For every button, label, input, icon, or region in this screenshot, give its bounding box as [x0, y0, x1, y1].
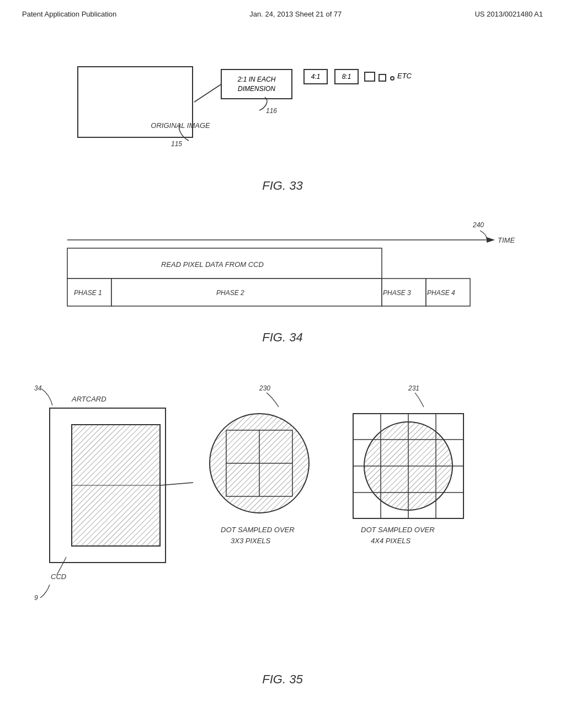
- svg-text:9: 9: [34, 594, 38, 602]
- original-image-box: ORIGINAL IMAGE: [77, 66, 193, 138]
- header-center: Jan. 24, 2013 Sheet 21 of 77: [249, 10, 342, 18]
- svg-rect-15: [426, 279, 470, 306]
- svg-text:231: 231: [408, 384, 419, 392]
- svg-text:READ PIXEL DATA FROM CCD: READ PIXEL DATA FROM CCD: [161, 260, 264, 269]
- svg-text:TIME: TIME: [498, 236, 515, 244]
- ratio-81-box: 8:1: [334, 69, 359, 84]
- svg-text:CCD: CCD: [51, 572, 66, 581]
- svg-marker-4: [487, 237, 495, 243]
- zoom-dot-small: [390, 76, 395, 81]
- svg-text:116: 116: [266, 107, 277, 115]
- svg-text:PHASE 2: PHASE 2: [216, 289, 244, 297]
- svg-text:240: 240: [472, 221, 484, 229]
- fig33-diagram: ORIGINAL IMAGE 2:1 IN EACH DIMENSION 4:1…: [33, 44, 532, 199]
- page-header: Patent Application Publication Jan. 24, …: [0, 0, 565, 24]
- original-image-label: ORIGINAL IMAGE: [122, 89, 238, 161]
- svg-text:PHASE 1: PHASE 1: [74, 289, 102, 297]
- svg-text:ARTCARD: ARTCARD: [71, 395, 106, 403]
- dimension-label: 2:1 IN EACH DIMENSION: [238, 75, 276, 94]
- fig34-diagram: TIME 240 READ PIXEL DATA FROM CCD PHASE …: [33, 215, 532, 347]
- fig35-diagram: 34 ARTCARD CCD 9 230: [22, 370, 543, 689]
- fig35-caption: FIG. 35: [262, 672, 302, 687]
- svg-rect-13: [382, 279, 426, 306]
- zoom-rect-medium: [379, 74, 386, 82]
- fig34-caption: FIG. 34: [262, 330, 302, 345]
- svg-text:DOT SAMPLED OVER: DOT SAMPLED OVER: [361, 526, 435, 534]
- svg-text:34: 34: [34, 384, 42, 392]
- svg-text:3X3 PIXELS: 3X3 PIXELS: [231, 537, 271, 545]
- header-left: Patent Application Publication: [22, 10, 116, 18]
- fig33-caption: FIG. 33: [262, 179, 302, 193]
- svg-rect-7: [67, 248, 382, 279]
- svg-point-50: [364, 422, 452, 510]
- zoom-rect-large: [364, 72, 375, 82]
- svg-text:PHASE 4: PHASE 4: [427, 289, 455, 297]
- header-right: US 2013/0021480 A1: [475, 10, 543, 18]
- ratio-41-box: 4:1: [303, 69, 328, 84]
- svg-text:230: 230: [259, 384, 270, 392]
- ratio-41-label: 4:1: [311, 73, 321, 81]
- dimension-box: 2:1 IN EACH DIMENSION: [221, 69, 292, 99]
- svg-rect-9: [67, 279, 111, 306]
- etc-label: ETC: [397, 72, 412, 80]
- fig34-svg: TIME 240 READ PIXEL DATA FROM CCD PHASE …: [33, 215, 532, 347]
- ratio-81-label: 8:1: [342, 73, 351, 81]
- svg-rect-11: [111, 279, 382, 306]
- svg-text:PHASE 3: PHASE 3: [383, 289, 411, 297]
- svg-text:DOT SAMPLED OVER: DOT SAMPLED OVER: [221, 526, 295, 534]
- fig35-svg: 34 ARTCARD CCD 9 230: [22, 370, 541, 662]
- svg-text:4X4 PIXELS: 4X4 PIXELS: [371, 537, 411, 545]
